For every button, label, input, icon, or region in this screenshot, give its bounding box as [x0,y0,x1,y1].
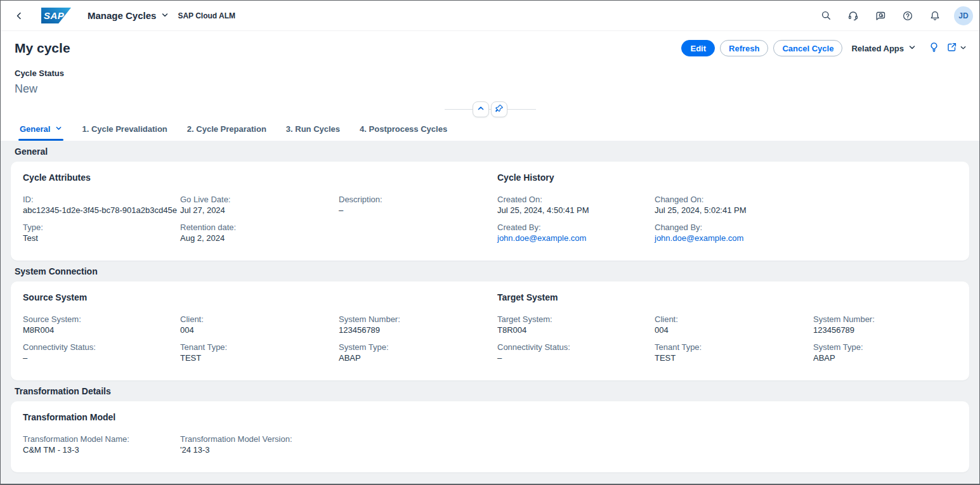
chat-feedback-icon [875,10,886,22]
tab-label: 2. Cycle Preparation [187,124,266,134]
field-source-connectivity-status: Connectivity Status: – [23,342,180,363]
group-heading: Source System [23,292,497,302]
suggestions-button[interactable] [925,40,943,56]
related-apps-button[interactable]: Related Apps [847,40,920,56]
app-title: Manage Cycles [88,10,156,21]
section-title-general: General [1,141,979,162]
tab-run-cycles[interactable]: 3. Run Cycles [285,124,341,141]
headset-icon [847,10,859,22]
app-subtitle: SAP Cloud ALM [178,11,235,20]
tab-cycle-preparation[interactable]: 2. Cycle Preparation [186,124,268,141]
field-changed-by: Changed By: john.doe@example.com [655,223,813,243]
group-heading: Cycle History [497,172,957,183]
chevron-left-icon [14,11,24,21]
page-header: My cycle Edit Refresh Cancel Cycle Relat… [1,31,979,141]
field-source-client: Client: 004 [180,314,339,335]
header-anchor-bar [15,99,965,119]
changed-by-link[interactable]: john.doe@example.com [655,233,813,243]
field-target-system-number: System Number: 123456789 [813,314,957,335]
tab-label: General [20,124,50,134]
transformation-details-card: Transformation Model Transformation Mode… [11,401,969,472]
search-button[interactable] [815,5,837,27]
support-button[interactable] [842,5,864,27]
cycle-history-group: Cycle History Created On: Jul 25, 2024, … [497,172,957,243]
target-system-group: Target System Target System: T8R004 Clie… [497,292,957,363]
back-button[interactable] [8,5,30,27]
page-content: General Cycle Attributes ID: abc12345-1d… [1,141,979,484]
field-source-system: Source System: M8R004 [23,314,180,335]
field-transformation-model-version: Transformation Model Version: '24 13-3 [180,434,339,455]
field-target-system: Target System: T8R004 [497,314,655,335]
collapse-header-button[interactable] [473,101,489,117]
tab-general[interactable]: General [18,124,63,141]
avatar-initials: JD [958,11,968,20]
field-target-system-type: System Type: ABAP [813,342,957,363]
lightbulb-icon [929,42,939,55]
field-changed-on: Changed On: Jul 25, 2024, 5:02:41 PM [655,195,813,216]
question-circle-icon [902,10,913,22]
system-connection-card: Source System Source System: M8R004 Clie… [11,281,969,380]
tab-postprocess-cycles[interactable]: 4. Postprocess Cycles [358,124,448,141]
general-card: Cycle Attributes ID: abc12345-1d2e-3f45-… [11,162,969,261]
chevron-down-icon [908,44,916,53]
tab-bar: General 1. Cycle Prevalidation 2. Cycle … [15,119,965,141]
chevron-down-icon [55,124,62,134]
group-heading: Transformation Model [23,412,957,422]
tab-label: 1. Cycle Prevalidation [82,124,167,134]
edit-button[interactable]: Edit [681,40,715,56]
transformation-model-group: Transformation Model Transformation Mode… [23,412,957,455]
field-go-live-date: Go Live Date: Jul 27, 2024 [180,195,339,216]
tab-label: 4. Postprocess Cycles [360,124,447,134]
search-icon [821,10,832,21]
anchor-divider [445,109,536,110]
feedback-button[interactable] [870,5,891,27]
field-source-system-number: System Number: 123456789 [339,314,497,335]
bell-icon [929,10,941,22]
share-export-icon [946,42,957,55]
section-title-transformation-details: Transformation Details [1,380,979,401]
field-source-system-type: System Type: ABAP [339,342,497,363]
share-button[interactable] [948,40,965,56]
page-title: My cycle [15,41,70,56]
source-system-group: Source System Source System: M8R004 Clie… [23,292,497,363]
field-source-tenant-type: Tenant Type: TEST [180,342,339,363]
cycle-status-label: Cycle Status [15,68,965,78]
shell-bar: SAP Manage Cycles SAP Cloud ALM [1,1,979,31]
field-created-by: Created By: john.doe@example.com [497,223,655,243]
refresh-button[interactable]: Refresh [720,40,768,56]
group-heading: Target System [497,292,957,302]
cycle-status-value: New [15,82,965,96]
field-target-client: Client: 004 [655,314,813,335]
related-apps-label: Related Apps [851,44,904,53]
chevron-down-icon [960,44,967,53]
shell-actions: JD [815,5,973,27]
group-heading: Cycle Attributes [23,172,497,183]
sap-logo-text: SAP [44,10,64,21]
tab-cycle-prevalidation[interactable]: 1. Cycle Prevalidation [81,124,168,141]
chevron-down-icon [156,10,169,22]
cancel-cycle-button[interactable]: Cancel Cycle [773,40,842,56]
field-target-connectivity-status: Connectivity Status: – [497,342,655,363]
header-actions: Edit Refresh Cancel Cycle Related Apps [681,40,965,56]
pin-header-button[interactable] [491,101,507,117]
chevron-up-icon [477,105,485,114]
field-transformation-model-name: Transformation Model Name: C&M TM - 13-3 [23,434,180,455]
field-description: Description: – [339,195,497,216]
help-button[interactable] [897,5,918,27]
section-title-system-connection: System Connection [1,261,979,281]
cycle-attributes-group: Cycle Attributes ID: abc12345-1d2e-3f45-… [23,172,497,243]
pin-icon [495,104,504,114]
field-id: ID: abc12345-1d2e-3f45-bc78-901a2b3cd45e [23,195,180,216]
field-target-tenant-type: Tenant Type: TEST [655,342,813,363]
notifications-button[interactable] [924,5,946,27]
tab-label: 3. Run Cycles [286,124,340,134]
field-created-on: Created On: Jul 25, 2024, 4:50:41 PM [497,195,655,216]
app-title-menu[interactable]: Manage Cycles [88,10,169,22]
created-by-link[interactable]: john.doe@example.com [497,233,655,243]
app-window: SAP Manage Cycles SAP Cloud ALM [0,0,980,485]
field-retention-date: Retention date: Aug 2, 2024 [180,223,339,243]
sap-logo[interactable]: SAP [41,8,71,23]
field-type: Type: Test [23,223,180,243]
user-avatar[interactable]: JD [954,6,973,25]
